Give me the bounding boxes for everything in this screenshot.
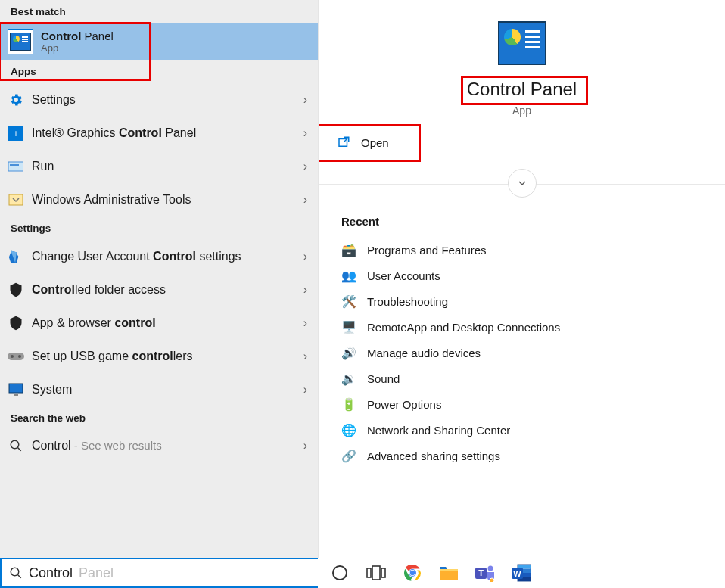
result-system[interactable]: System› bbox=[0, 373, 318, 406]
result-label: Change User Account Control settings bbox=[32, 249, 296, 264]
chrome-icon[interactable] bbox=[401, 562, 424, 584]
result-usb-game[interactable]: Set up USB game controllers› bbox=[0, 340, 318, 373]
result-uac[interactable]: Change User Account Control settings› bbox=[0, 240, 318, 273]
sound-icon: 🔉 bbox=[341, 371, 356, 386]
recent-label: Troubleshooting bbox=[367, 295, 448, 308]
chevron-right-icon: › bbox=[303, 93, 307, 107]
recent-remoteapp[interactable]: 🖥️RemoteApp and Desktop Connections bbox=[341, 314, 710, 340]
app-browser-icon bbox=[8, 315, 24, 331]
taskbar: T W bbox=[318, 558, 725, 588]
chevron-right-icon: › bbox=[303, 126, 307, 140]
recent-power-options[interactable]: 🔋Power Options bbox=[341, 391, 710, 417]
chevron-right-icon: › bbox=[303, 439, 307, 453]
svg-point-10 bbox=[11, 440, 19, 449]
svg-text:T: T bbox=[478, 568, 484, 577]
settings-icon bbox=[8, 92, 24, 108]
advanced-sharing-icon: 🔗 bbox=[341, 448, 356, 463]
audio-devices-icon: 🔊 bbox=[341, 345, 356, 360]
result-label: App & browser control bbox=[32, 316, 296, 331]
chevron-right-icon: › bbox=[303, 316, 307, 330]
web-result-item[interactable]: Control - See web results › bbox=[0, 430, 318, 462]
admin-tools-icon bbox=[8, 191, 24, 208]
svg-rect-23 bbox=[440, 571, 458, 580]
recent-label: Sound bbox=[367, 372, 400, 385]
open-action[interactable]: Open bbox=[319, 126, 725, 158]
result-run[interactable]: Run› bbox=[0, 150, 318, 183]
svg-point-7 bbox=[18, 355, 21, 358]
result-app-browser[interactable]: App & browser control› bbox=[0, 306, 318, 340]
search-icon bbox=[9, 566, 23, 580]
chevron-right-icon: › bbox=[303, 250, 307, 263]
svg-line-11 bbox=[17, 447, 21, 451]
result-label: Set up USB game controllers bbox=[32, 349, 296, 364]
expand-actions-button[interactable] bbox=[508, 169, 537, 198]
programs-features-icon: 🗃️ bbox=[341, 242, 356, 257]
search-suggestion: Panel bbox=[79, 565, 114, 581]
search-results-panel: Best match Control Panel App Apps Settin… bbox=[0, 0, 318, 558]
best-match-item[interactable]: Control Panel App bbox=[0, 23, 318, 60]
power-options-icon: 🔋 bbox=[341, 397, 356, 412]
svg-rect-4 bbox=[9, 194, 23, 205]
recent-label: Manage audio devices bbox=[367, 347, 481, 359]
recent-audio-devices[interactable]: 🔊Manage audio devices bbox=[341, 340, 710, 366]
result-folder-access[interactable]: Controlled folder access› bbox=[0, 273, 318, 306]
svg-point-6 bbox=[11, 355, 14, 358]
result-label: Run bbox=[32, 159, 296, 174]
web-suffix: - See web results bbox=[71, 439, 162, 452]
network-sharing-icon: 🌐 bbox=[341, 422, 356, 437]
detail-sub: App bbox=[512, 104, 531, 117]
user-accounts-icon: 👥 bbox=[341, 268, 356, 283]
detail-panel: Control Panel App Open Recent 🗃️Programs… bbox=[318, 0, 725, 558]
svg-point-22 bbox=[410, 571, 415, 575]
word-icon[interactable]: W bbox=[510, 562, 533, 584]
file-explorer-icon[interactable] bbox=[437, 562, 460, 584]
result-intel-graphics[interactable]: iIntel® Graphics Control Panel› bbox=[0, 117, 318, 150]
svg-rect-18 bbox=[381, 568, 385, 577]
recent-label: User Accounts bbox=[367, 269, 440, 282]
teams-icon[interactable]: T bbox=[474, 562, 496, 584]
uac-icon bbox=[8, 248, 24, 265]
svg-point-13 bbox=[11, 568, 19, 576]
recent-troubleshooting[interactable]: 🛠️Troubleshooting bbox=[341, 288, 710, 314]
result-label: Settings bbox=[32, 92, 296, 107]
chevron-right-icon: › bbox=[303, 193, 307, 207]
recent-sound[interactable]: 🔉Sound bbox=[341, 366, 710, 391]
recent-advanced-sharing[interactable]: 🔗Advanced sharing settings bbox=[341, 443, 710, 468]
result-label: Windows Administrative Tools bbox=[32, 192, 296, 207]
apps-header: Apps bbox=[0, 60, 318, 83]
remoteapp-icon: 🖥️ bbox=[341, 319, 356, 334]
result-label: System bbox=[32, 382, 296, 397]
task-view-icon[interactable] bbox=[365, 562, 387, 584]
recent-user-accounts[interactable]: 👥User Accounts bbox=[341, 263, 710, 288]
cortana-icon[interactable] bbox=[328, 562, 351, 584]
recent-label: Power Options bbox=[367, 398, 441, 411]
svg-rect-8 bbox=[9, 384, 23, 393]
result-admin-tools[interactable]: Windows Administrative Tools› bbox=[0, 183, 318, 216]
svg-rect-5 bbox=[8, 353, 24, 360]
svg-point-15 bbox=[333, 566, 347, 580]
svg-rect-3 bbox=[10, 164, 19, 166]
search-input[interactable]: Control Panel bbox=[0, 558, 318, 588]
chevron-right-icon: › bbox=[303, 160, 307, 173]
recent-header: Recent bbox=[341, 215, 710, 228]
recent-programs-features[interactable]: 🗃️Programs and Features bbox=[341, 237, 710, 263]
chevron-right-icon: › bbox=[303, 350, 307, 363]
search-icon bbox=[8, 439, 24, 453]
control-panel-icon bbox=[8, 29, 33, 54]
recent-label: Programs and Features bbox=[367, 244, 487, 257]
chevron-right-icon: › bbox=[303, 283, 307, 297]
svg-rect-9 bbox=[14, 394, 18, 396]
open-label: Open bbox=[361, 136, 389, 149]
usb-game-icon bbox=[8, 348, 24, 365]
result-settings[interactable]: Settings› bbox=[0, 83, 318, 117]
svg-rect-2 bbox=[8, 162, 23, 171]
chevron-right-icon: › bbox=[303, 383, 307, 397]
recent-network-sharing[interactable]: 🌐Network and Sharing Center bbox=[341, 417, 710, 443]
open-icon bbox=[337, 135, 350, 149]
best-match-title: Control Panel bbox=[41, 30, 114, 42]
svg-rect-16 bbox=[367, 568, 371, 577]
svg-point-27 bbox=[490, 578, 494, 582]
result-label: Controlled folder access bbox=[32, 282, 296, 297]
system-icon bbox=[8, 381, 24, 398]
best-match-header: Best match bbox=[0, 0, 318, 23]
